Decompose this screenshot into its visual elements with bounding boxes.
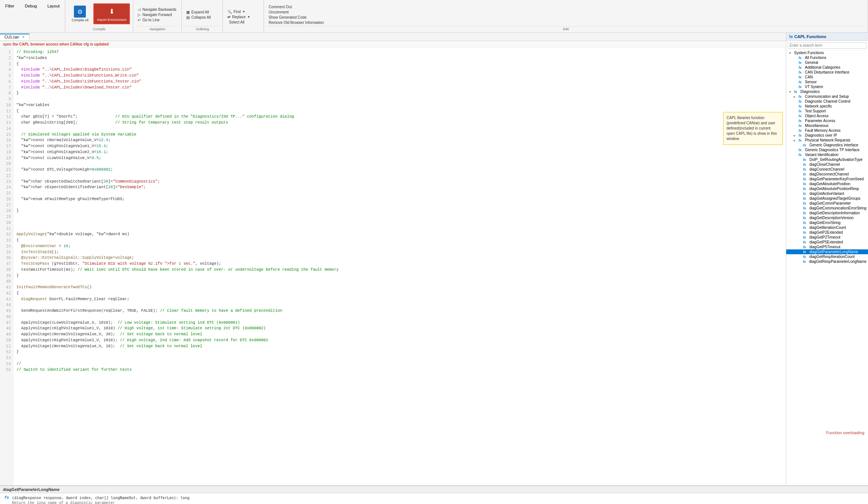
tree-item-diagGetParamKeyFromSeed[interactable]: fx diagGetParameterKeyFromSeed	[786, 177, 868, 181]
tree-item-diagGetP5Timeout[interactable]: fx diagGetP5Timeout	[786, 245, 868, 249]
capl-panel-header: fx CAPL Functions	[786, 33, 868, 41]
tree-item-diagnostics[interactable]: ▾ fx Diagnostics	[786, 89, 868, 94]
tab-close-button[interactable]: ×	[22, 35, 25, 39]
line-numbers: 1234567891011121314151617181920212223242…	[0, 48, 13, 485]
tree-item-physical-network[interactable]: ▸ fx Physical Network Requests	[786, 138, 868, 143]
tree-item-all-functions[interactable]: fx All Functions	[786, 55, 868, 60]
edit-section-label: Edit	[267, 26, 865, 31]
tree-item-diagGetP5Extended[interactable]: fx diagGetP5Extended	[786, 240, 868, 245]
fx-badge: fx	[4, 495, 10, 501]
tree-item-diagGetRespIterCount[interactable]: fx diagGetRespIterationCount	[786, 254, 868, 259]
toolbar: Filter Debug Layout ⚙ Compile All ⬇ Imp	[0, 0, 868, 33]
tree-item-object-access[interactable]: fx Object Access	[786, 113, 868, 118]
tree-item-general[interactable]: fx General	[786, 60, 868, 65]
code-content[interactable]: // Encoding: 12547"kw">includes{ #includ…	[13, 48, 786, 485]
replace-button[interactable]: ⇄ Replace ▼	[226, 15, 261, 19]
tree-item-additional-categories[interactable]: fx Additional Categories	[786, 65, 868, 70]
capl-panel: fx CAPL Functions ▾ System Functions fx …	[786, 33, 868, 485]
tree-item-parameter-access[interactable]: fx Parameter Access	[786, 118, 868, 123]
compile-all-button[interactable]: ⚙ Compile All	[68, 4, 92, 24]
tree-item-diagGetAbsPos[interactable]: fx diagGetAbsolutePosition	[786, 181, 868, 186]
remove-old-browser-button[interactable]: Remove Old Browser Information	[267, 20, 865, 25]
tree-item-diagGetErrorStr[interactable]: fx diagGetErrorString	[786, 220, 868, 225]
bottom-panel-content: fx (diagResponse response, dword index, …	[0, 493, 868, 504]
show-generated-code-button[interactable]: Show Generated Code	[267, 15, 865, 20]
capl-annotation: CAPL libraries function (predefined CANo…	[723, 112, 783, 145]
tree-item-doip-set-routing[interactable]: fx DoIP_SetRoutingActivationType	[786, 157, 868, 162]
tree-item-can[interactable]: fx CAN	[786, 75, 868, 80]
file-tab[interactable]: CU1.can ×	[0, 34, 29, 40]
bottom-section: diagGetParameterLongName fx (diagRespons…	[0, 485, 868, 504]
tree-item-generic-diag-tp[interactable]: fx Generic Diagnostics TP Interface	[786, 147, 868, 152]
navigate-forward-button[interactable]: ▷ Navigate Forward	[136, 12, 178, 17]
tree-item-vt-system[interactable]: fx VT System	[786, 84, 868, 89]
filter-menu-label[interactable]: Filter	[3, 3, 16, 9]
tree-item-diag-channel-ctrl[interactable]: fx Diagnostic Channel Control	[786, 99, 868, 104]
code-editor: CU1.can × sync the CAPL browser access w…	[0, 33, 786, 485]
select-all-button[interactable]: Select All	[226, 20, 261, 25]
tree-item-diagGetP2Extended[interactable]: fx diagGetP2Extended	[786, 230, 868, 235]
tree-item-miscellaneous[interactable]: fx Miscellaneous	[786, 123, 868, 128]
tree-item-comm-setup[interactable]: ▸ fx Communication and Setup	[786, 94, 868, 99]
tree-item-variant-id[interactable]: fx Variant Identification	[786, 152, 868, 157]
tree-item-generic-diag[interactable]: fx Generic Diagnostics Interface	[786, 143, 868, 147]
tree-item-system-functions[interactable]: ▾ System Functions	[786, 50, 868, 55]
tree-item-diagDisconnectCh[interactable]: fx diagDisconnectChannel	[786, 172, 868, 177]
bottom-panel-header: diagGetParameterLongName	[0, 486, 868, 493]
tab-bar: CU1.can ×	[0, 33, 786, 41]
navigation-section-label: Navigation	[136, 26, 178, 31]
capl-search	[786, 41, 868, 50]
capl-panel-title: CAPL Functions	[794, 34, 826, 39]
tree-item-sensor[interactable]: fx Sensor	[786, 80, 868, 84]
tree-item-diagGetCommErrorStr[interactable]: fx diagGetCommunicationErrorString	[786, 206, 868, 211]
capl-tree: ▾ System Functions fx All Functions fx G…	[786, 50, 868, 485]
tree-item-diagCloseCh[interactable]: fx diagCloseChannel	[786, 162, 868, 167]
uncomment-button[interactable]: Uncomment	[267, 10, 865, 15]
code-area: 1234567891011121314151617181920212223242…	[0, 48, 786, 485]
capl-search-input[interactable]	[788, 42, 867, 49]
tree-item-diagGetP2Timeout[interactable]: fx diagGetP2Timeout	[786, 235, 868, 240]
compile-section-label: Compile	[93, 26, 105, 31]
tree-item-diagConnectCh[interactable]: fx diagConnectChannel	[786, 167, 868, 172]
tree-item-diagGetIterCount[interactable]: fx diagGetIterationCount	[786, 225, 868, 230]
layout-menu-label[interactable]: Layout	[45, 3, 62, 9]
tree-item-diag-over-ip[interactable]: ▸ fx Diagnostics over IP	[786, 133, 868, 138]
find-button[interactable]: 🔍 Find ▼	[226, 9, 261, 14]
expand-all-button[interactable]: ▦ Expand All	[185, 10, 220, 15]
tree-item-test-support[interactable]: fx Test Support	[786, 109, 868, 113]
debug-menu-label[interactable]: Debug	[22, 3, 39, 9]
tree-item-diagGetActiveVariant[interactable]: fx diagGetActiveVariant	[786, 191, 868, 196]
tree-item-diagGetAssignedTargetGroups[interactable]: fx diagGetAssignedTargetGroups	[786, 196, 868, 201]
import-environment-button[interactable]: ⬇ Import Environment	[93, 3, 130, 24]
overload-description: Return the long name of a diagnostic par…	[12, 501, 190, 504]
tree-item-fault-memory[interactable]: fx Fault Memory Access	[786, 128, 868, 133]
overload-signature: (diagResponse response, dword index, cha…	[12, 495, 190, 501]
overload-row: fx (diagResponse response, dword index, …	[4, 495, 864, 504]
overload-annotation: Function overloading	[826, 430, 864, 435]
breadcrumb: sync the CAPL browser access when CANoe …	[0, 41, 786, 48]
tree-item-diagGetAbsPosResp[interactable]: fx diagGetAbsolutePositionResp	[786, 186, 868, 191]
comment-out-button[interactable]: Comment Out	[267, 4, 865, 9]
tree-item-diagGetDescInfo[interactable]: fx diagGetDescriptionInformation	[786, 211, 868, 215]
tree-item-can-disturbance[interactable]: fx CAN Disturbance Interface	[786, 70, 868, 75]
tree-item-diagGetDescVer[interactable]: fx diagGetDescriptionVersion	[786, 215, 868, 220]
tree-item-diagGetCommParam[interactable]: fx diagGetCommParameter	[786, 201, 868, 206]
tree-item-diagGetRespParamLongName[interactable]: fx diagGetRespParameterLongName	[786, 259, 868, 264]
tree-item-diagGetParamLongName[interactable]: fx diagGetParameterLongName	[786, 249, 868, 254]
navigate-backwards-button[interactable]: ◁ Navigate Backwards	[136, 7, 178, 12]
collapse-all-button[interactable]: ▤ Collapse All	[185, 15, 220, 20]
outlining-section-label: Outlining	[185, 26, 220, 31]
tree-item-network-specific[interactable]: fx Network specific	[786, 104, 868, 109]
go-to-line-button[interactable]: ↵ Go to Line	[136, 18, 178, 22]
